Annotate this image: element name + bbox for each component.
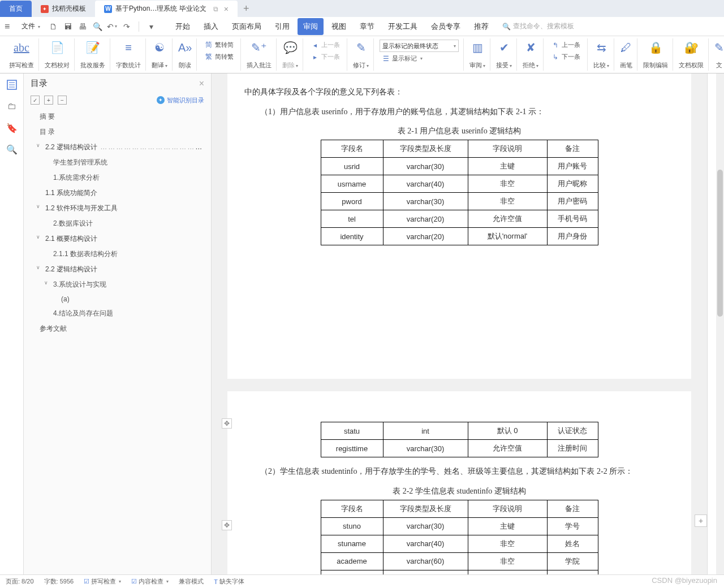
table-header: 字段说明 bbox=[468, 500, 547, 517]
grp-revise[interactable]: 📝批改服务 bbox=[76, 38, 110, 71]
page-gap bbox=[212, 379, 707, 391]
qat-new-icon[interactable]: 🗋 bbox=[47, 20, 59, 33]
ribbon-tab-ref[interactable]: 引用 bbox=[269, 18, 295, 35]
status-font[interactable]: T缺失字体 bbox=[214, 577, 244, 586]
toc-panel: 目录 × ✓ + − ✦ 智能识别目录 摘 要目 录∨2.2 逻辑结构设计 ……… bbox=[24, 74, 212, 574]
grp-reject[interactable]: ✘拒绝▾ bbox=[518, 38, 544, 71]
qat-save-icon[interactable]: 🖬 bbox=[62, 20, 74, 33]
rail-folder-icon[interactable]: 🗀 bbox=[6, 101, 18, 112]
grp-compare[interactable]: ⇆比较▾ bbox=[589, 38, 614, 71]
chevron-down-icon[interactable]: ∨ bbox=[36, 234, 40, 240]
grp-restrict[interactable]: 🔒限制编辑 bbox=[639, 38, 673, 71]
table-move-handle-icon[interactable]: ✥ bbox=[222, 418, 232, 429]
chevron-down-icon[interactable]: ∨ bbox=[36, 204, 40, 209]
table-cell: 非空 bbox=[468, 570, 547, 574]
ribbon-tab-insert[interactable]: 插入 bbox=[198, 18, 224, 35]
hamburger-icon[interactable]: ≡ bbox=[5, 21, 15, 32]
qat-more-icon[interactable]: ▾ bbox=[145, 20, 157, 33]
tab-document[interactable]: W 基于Python…理系统 毕业论文 ⧉ × bbox=[95, 1, 238, 17]
rail-search-icon[interactable]: 🔍 bbox=[6, 144, 18, 155]
rail-bookmark-icon[interactable]: 🔖 bbox=[6, 122, 18, 133]
document-area[interactable]: 中的具体字段及各个字段的意义见下列各表： （1）用户信息表 userinfo，用… bbox=[212, 74, 707, 574]
toc-item[interactable]: 学生签到管理系统 bbox=[24, 155, 211, 170]
grp-wc[interactable]: ≡字数统计 bbox=[111, 38, 146, 71]
toc-item[interactable]: 2.数据库设计 bbox=[24, 216, 211, 231]
ribbon-tab-vip[interactable]: 会员专享 bbox=[425, 18, 466, 35]
rail-outline-icon[interactable] bbox=[6, 79, 18, 90]
ribbon-tab-start[interactable]: 开始 bbox=[170, 18, 196, 35]
grp-spell[interactable]: abc拼写检查 bbox=[5, 38, 39, 71]
toc-item[interactable]: 2.1.1 数据表结构分析 bbox=[24, 247, 211, 262]
btn-next-change[interactable]: ↳下一条 bbox=[549, 51, 583, 62]
btn-ts1[interactable]: 简繁转简 bbox=[202, 40, 236, 50]
toc-item[interactable]: 1.1 系统功能简介 bbox=[24, 185, 211, 201]
grp-read[interactable]: A»朗读 bbox=[174, 38, 197, 71]
toc-item[interactable]: ∨2.1 概要结构设计 bbox=[24, 231, 211, 247]
toc-close-icon[interactable]: × bbox=[199, 79, 204, 89]
grp-insert-comment[interactable]: ✎⁺插入批注 bbox=[242, 38, 277, 71]
toc-minus-icon[interactable]: − bbox=[58, 96, 67, 105]
qat-undo-icon[interactable]: ↶▾ bbox=[106, 20, 118, 33]
qat-redo-icon[interactable]: ↷ bbox=[120, 20, 133, 33]
ribbon-tab-layout[interactable]: 页面布局 bbox=[226, 18, 267, 35]
file-menu[interactable]: 文件 ▾ bbox=[17, 19, 45, 33]
ribbon-tab-chapter[interactable]: 章节 bbox=[354, 18, 380, 35]
toc-item[interactable]: 1.系统需求分析 bbox=[24, 170, 211, 185]
vertical-scrollbar[interactable] bbox=[716, 74, 724, 574]
grp-ink[interactable]: 🖊画笔 bbox=[615, 38, 637, 71]
btn-ts2[interactable]: 繁简转繁 bbox=[202, 51, 236, 62]
grp-docperm[interactable]: 🔐文档权限 bbox=[674, 38, 709, 71]
btn-next-comment[interactable]: ▸下一条 bbox=[309, 51, 342, 62]
btn-prev-change[interactable]: ↰上一条 bbox=[549, 40, 583, 50]
grp-review-pane[interactable]: ▥审阅▾ bbox=[465, 38, 490, 71]
toc-expand-all-icon[interactable]: ✓ bbox=[31, 96, 40, 105]
chevron-down-icon[interactable]: ∨ bbox=[44, 280, 48, 286]
tab-template[interactable]: ✦ 找稻壳模板 bbox=[32, 1, 95, 17]
scroll-thumb[interactable] bbox=[717, 170, 723, 317]
toc-item[interactable]: (a) bbox=[24, 292, 211, 306]
wps-doc-icon: W bbox=[104, 5, 112, 13]
toc-item[interactable]: 参考文献 bbox=[24, 321, 211, 336]
grp-trans[interactable]: ☯翻译▾ bbox=[147, 38, 173, 71]
status-content[interactable]: ☑内容检查▾ bbox=[131, 577, 169, 586]
float-plus-button[interactable]: + bbox=[695, 514, 707, 527]
toc-item[interactable]: ∨2.2 逻辑结构设计 …………………………………… … bbox=[24, 140, 211, 155]
table-move-handle-icon[interactable]: ✥ bbox=[222, 520, 232, 530]
tab-home[interactable]: 首页 bbox=[0, 1, 32, 17]
table-row: stunamevarchar(40)非空姓名 bbox=[321, 535, 598, 552]
toc-item[interactable]: ∨3.系统设计与实现 bbox=[24, 277, 211, 292]
qat-print-icon[interactable]: 🖶 bbox=[76, 20, 89, 33]
status-compat[interactable]: 兼容模式 bbox=[179, 577, 204, 586]
ribbon-tab-view[interactable]: 视图 bbox=[326, 18, 352, 35]
toc-item[interactable]: 摘 要 bbox=[24, 109, 211, 124]
grp-docwm[interactable]: ✎文 bbox=[710, 38, 724, 71]
display-state-select[interactable]: 显示标记的最终状态▾ bbox=[380, 40, 459, 52]
btn-show-markup[interactable]: ☰显示标记▾ bbox=[380, 53, 459, 64]
command-search[interactable]: 🔍 查找命令、搜索模板 bbox=[502, 21, 574, 31]
status-wordcount[interactable]: 字数: 5956 bbox=[44, 577, 74, 586]
grp-track[interactable]: ✎修订▾ bbox=[348, 38, 374, 71]
toc-item[interactable]: ∨2.2 逻辑结构设计 bbox=[24, 262, 211, 277]
toc-item[interactable]: ∨1.2 软件环境与开发工具 bbox=[24, 201, 211, 216]
close-icon[interactable]: × bbox=[224, 5, 229, 14]
smart-toc-link[interactable]: ✦ 智能识别目录 bbox=[157, 96, 204, 105]
tab-doc-dup-icon[interactable]: ⧉ bbox=[213, 5, 218, 13]
toc-item[interactable]: 目 录 bbox=[24, 124, 211, 140]
grp-proof[interactable]: 📄文档校对 bbox=[40, 38, 75, 71]
status-page[interactable]: 页面: 8/20 bbox=[6, 577, 34, 586]
new-tab-button[interactable]: + bbox=[238, 1, 255, 17]
prev-change-icon: ↰ bbox=[551, 41, 559, 49]
chevron-down-icon[interactable]: ∨ bbox=[36, 265, 40, 270]
grp-accept[interactable]: ✔接受▾ bbox=[492, 38, 517, 71]
ribbon-tab-recommend[interactable]: 推荐 bbox=[468, 18, 494, 35]
table-header: 备注 bbox=[547, 500, 598, 517]
chevron-down-icon[interactable]: ∨ bbox=[36, 142, 40, 148]
grp-delete-comment[interactable]: 💬删除▾ bbox=[278, 38, 303, 71]
status-spell[interactable]: ☑拼写检查▾ bbox=[84, 577, 121, 586]
ribbon-tab-dev[interactable]: 开发工具 bbox=[382, 18, 423, 35]
toc-collapse-icon[interactable]: + bbox=[44, 96, 53, 105]
btn-prev-comment[interactable]: ◂上一条 bbox=[309, 40, 342, 50]
toc-item[interactable]: 4.结论及尚存在问题 bbox=[24, 306, 211, 321]
qat-preview-icon[interactable]: 🔍 bbox=[91, 20, 104, 33]
ribbon-tab-review[interactable]: 审阅 bbox=[298, 18, 324, 35]
